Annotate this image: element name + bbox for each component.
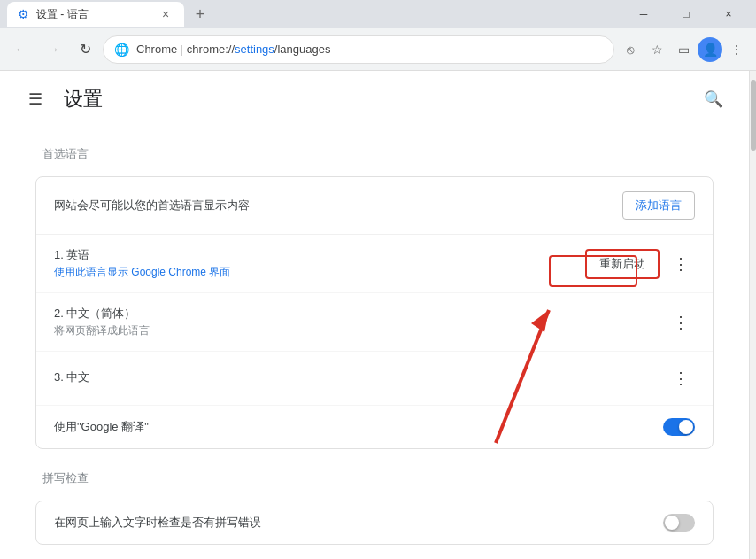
lang-text-2: 中文（简体） [66, 307, 135, 320]
language-info-chinese-simplified: 2. 中文（简体） 将网页翻译成此语言 [54, 306, 667, 338]
url-sep: | [177, 43, 187, 56]
cast-button[interactable]: ▭ [671, 37, 696, 62]
language-more-chinese-simplified[interactable]: ⋮ [667, 308, 695, 337]
new-tab-button[interactable]: + [188, 2, 212, 27]
window-controls: ─ □ × [623, 0, 749, 28]
tab-favicon: ⚙ [18, 7, 29, 21]
url-settings: settings [235, 43, 274, 56]
maximize-button[interactable]: □ [666, 0, 706, 28]
language-more-english[interactable]: ⋮ [667, 250, 695, 278]
addressbar: ← → ↻ 🌐 Chrome | chrome://settings/langu… [0, 28, 756, 71]
address-input[interactable]: 🌐 Chrome | chrome://settings/languages [103, 35, 614, 64]
page-title: 设置 [64, 86, 685, 113]
language-item-english: 1. 英语 使用此语言显示 Google Chrome 界面 重新启动 ⋮ [36, 235, 713, 293]
restart-button[interactable]: 重新启动 [585, 249, 660, 279]
url-path: /languages [274, 43, 331, 56]
spellcheck-section-title: 拼写检查 [35, 470, 714, 486]
spellcheck-label: 在网页上输入文字时检查是否有拼写错误 [54, 515, 663, 531]
spellcheck-toggle-knob [665, 516, 679, 530]
language-name-chinese: 3. 中文 [54, 369, 667, 385]
close-window-button[interactable]: × [708, 0, 749, 28]
language-more-chinese[interactable]: ⋮ [667, 364, 695, 392]
lang-text-1: 英语 [66, 248, 89, 261]
tab-close-button[interactable]: × [158, 6, 174, 22]
language-sub-english: 使用此语言显示 Google Chrome 界面 [54, 265, 585, 280]
preferred-lang-card: 网站会尽可能以您的首选语言显示内容 添加语言 1. 英语 使用此语言显示 Goo… [35, 176, 714, 449]
language-sub-chinese-simplified: 将网页翻译成此语言 [54, 323, 667, 338]
toggle-knob [679, 420, 693, 434]
settings-header: ☰ 设置 🔍 [0, 71, 749, 128]
content-area: 首选语言 网站会尽可能以您的首选语言显示内容 添加语言 1. 英语 [0, 128, 749, 559]
language-info-english: 1. 英语 使用此语言显示 Google Chrome 界面 [54, 247, 585, 280]
back-button[interactable]: ← [7, 35, 35, 64]
hamburger-button[interactable]: ☰ [21, 85, 50, 113]
lang-num-1: 1. [54, 248, 64, 261]
titlebar: ⚙ 设置 - 语言 × + ─ □ × [0, 0, 756, 28]
scroll-thumb[interactable] [751, 80, 756, 151]
spellcheck-card: 在网页上输入文字时检查是否有拼写错误 [35, 501, 714, 545]
lang-text-3: 中文 [66, 370, 89, 384]
tab-title: 设置 - 语言 [36, 7, 89, 22]
language-name-english: 1. 英语 [54, 247, 585, 263]
main-area: ☰ 设置 🔍 首选语言 网站会尽可能以您的首选语言显示内容 添加语言 [0, 71, 756, 559]
minimize-button[interactable]: ─ [623, 0, 664, 28]
scrollbar[interactable] [749, 71, 756, 559]
forward-button[interactable]: → [39, 35, 67, 64]
lang-num-2: 2. [54, 307, 64, 320]
add-language-button[interactable]: 添加语言 [622, 191, 695, 220]
google-translate-label: 使用"Google 翻译" [54, 419, 663, 435]
url-scheme: chrome:// [187, 43, 235, 56]
menu-button[interactable]: ⋮ [724, 37, 749, 62]
lang-num-3: 3. [54, 370, 64, 384]
preferred-lang-section-title: 首选语言 [35, 146, 714, 162]
share-button[interactable]: ⎋ [618, 37, 643, 62]
url-chrome: Chrome [136, 43, 177, 56]
language-info-chinese: 3. 中文 [54, 369, 667, 387]
security-icon: 🌐 [114, 43, 129, 57]
card-header: 网站会尽可能以您的首选语言显示内容 添加语言 [36, 177, 713, 235]
google-translate-toggle[interactable] [663, 418, 695, 436]
active-tab[interactable]: ⚙ 设置 - 语言 × [7, 2, 184, 27]
spellcheck-section: 拼写检查 在网页上输入文字时检查是否有拼写错误 [35, 470, 714, 545]
language-item-chinese: 3. 中文 ⋮ [36, 352, 713, 406]
profile-button[interactable]: 👤 [698, 37, 722, 62]
spellcheck-toggle[interactable] [663, 514, 695, 532]
bookmark-button[interactable]: ☆ [644, 37, 669, 62]
spellcheck-row: 在网页上输入文字时检查是否有拼写错误 [36, 501, 713, 544]
titlebar-tabs: ⚙ 设置 - 语言 × + [7, 2, 212, 27]
search-button[interactable]: 🔍 [699, 85, 728, 113]
reload-button[interactable]: ↻ [71, 35, 99, 64]
url-display: Chrome | chrome://settings/languages [136, 43, 603, 56]
card-description: 网站会尽可能以您的首选语言显示内容 [54, 198, 250, 214]
language-name-chinese-simplified: 2. 中文（简体） [54, 306, 667, 322]
google-translate-row: 使用"Google 翻译" [36, 406, 713, 448]
language-item-chinese-simplified: 2. 中文（简体） 将网页翻译成此语言 ⋮ [36, 293, 713, 352]
toolbar-right: ⎋ ☆ ▭ 👤 ⋮ [618, 37, 749, 62]
settings-page: ☰ 设置 🔍 首选语言 网站会尽可能以您的首选语言显示内容 添加语言 [0, 71, 749, 559]
